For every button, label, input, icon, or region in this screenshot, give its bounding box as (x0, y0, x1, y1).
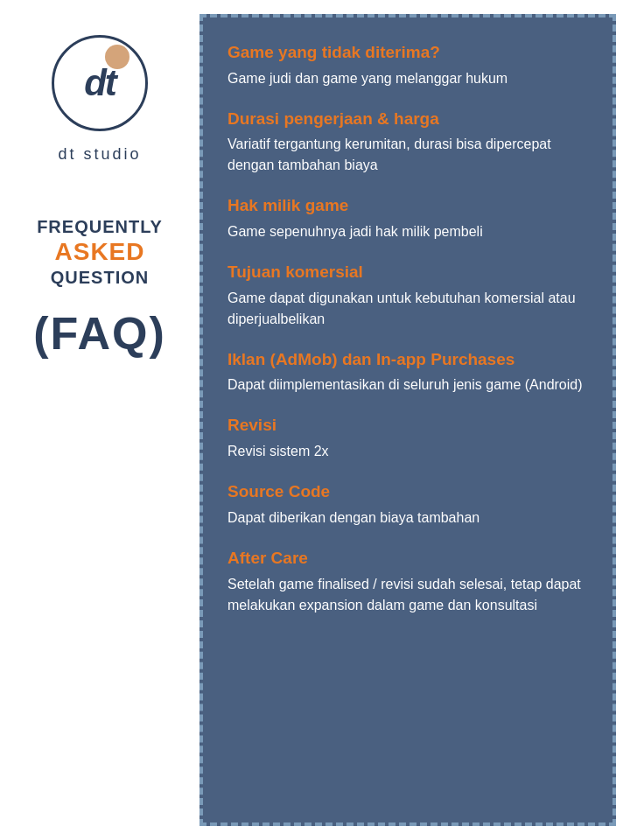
faq-asked: ASKED (37, 237, 163, 267)
faq-item-body: Dapat diimplementasikan di seluruh jenis… (228, 374, 588, 396)
studio-label: dt studio (58, 145, 141, 164)
faq-heading: FREQUENTLY ASKED QUESTION (37, 216, 163, 288)
faq-item-body: Game sepenuhnya jadi hak milik pembeli (228, 221, 588, 242)
faq-item: Iklan (AdMob) dan In-app PurchasesDapat … (228, 349, 588, 396)
faq-acronym: (FAQ) (33, 307, 166, 360)
logo-dot (105, 45, 130, 69)
faq-item: RevisiRevisi sistem 2x (228, 415, 588, 462)
logo-circle: dt (52, 35, 148, 131)
faq-item-title: Revisi (228, 415, 588, 437)
faq-item-title: After Care (228, 548, 588, 570)
faq-item: Durasi pengerjaan & hargaVariatif tergan… (228, 108, 588, 177)
faq-item-title: Durasi pengerjaan & harga (228, 108, 588, 130)
faq-item-body: Game judi dan game yang melanggar hukum (228, 68, 588, 89)
faq-item-title: Tujuan komersial (228, 262, 588, 284)
faq-item-title: Game yang tidak diterima? (228, 42, 588, 64)
faq-item-body: Variatif tergantung kerumitan, durasi bi… (228, 134, 588, 176)
faq-item-body: Dapat diberikan dengan biaya tambahan (228, 508, 588, 528)
faq-item-title: Source Code (228, 481, 588, 503)
faq-item-body: Revisi sistem 2x (228, 441, 588, 462)
faq-frequently: FREQUENTLY (37, 216, 163, 237)
faq-item: Tujuan komersialGame dapat digunakan unt… (228, 262, 588, 330)
left-panel: dt dt studio FREQUENTLY ASKED QUESTION (… (0, 0, 200, 840)
faq-item-body: Setelah game finalised / revisi sudah se… (228, 574, 588, 616)
logo-text: dt (84, 65, 116, 102)
faq-question: QUESTION (37, 267, 163, 288)
faq-item-title: Iklan (AdMob) dan In-app Purchases (228, 349, 588, 371)
faq-item: Source CodeDapat diberikan dengan biaya … (228, 481, 588, 528)
faq-item: Hak milik gameGame sepenuhnya jadi hak m… (228, 195, 588, 242)
faq-item: After CareSetelah game finalised / revis… (228, 548, 588, 616)
right-panel: Game yang tidak diterima?Game judi dan g… (200, 14, 616, 826)
faq-item-body: Game dapat digunakan untuk kebutuhan kom… (228, 288, 588, 330)
faq-item: Game yang tidak diterima?Game judi dan g… (228, 42, 588, 89)
faq-item-title: Hak milik game (228, 195, 588, 217)
